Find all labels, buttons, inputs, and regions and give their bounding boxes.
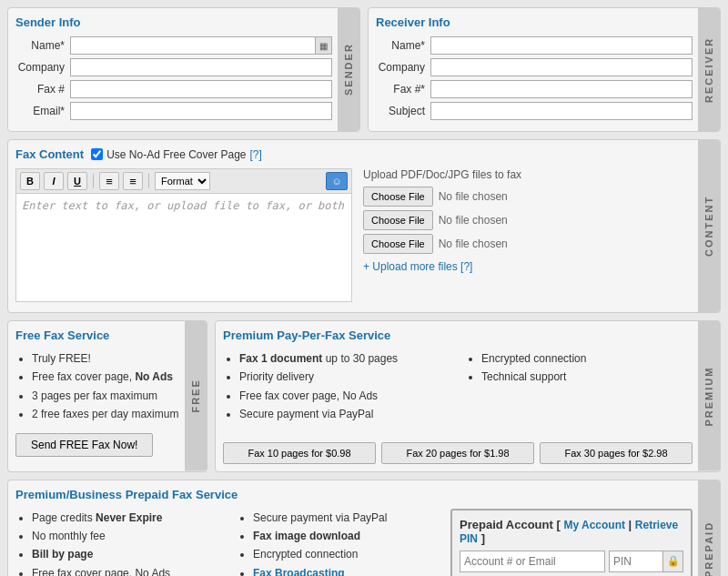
- unordered-list-button[interactable]: ≡: [123, 172, 143, 190]
- free-service-panel: Free Fax Service Truly FREE! Free fax co…: [7, 320, 207, 472]
- prepaid-feature-list-1: Page credits Never Expire No monthly fee…: [15, 509, 222, 576]
- sender-company-row: Company: [15, 58, 332, 76]
- list-item: 3 pages per fax maximum: [32, 387, 179, 405]
- list-item: Technical support: [481, 368, 693, 386]
- prepaid-info: Page credits Never Expire No monthly fee…: [15, 509, 443, 576]
- premium-service-panel: Premium Pay-Per-Fax Service Fax 1 docume…: [215, 320, 721, 472]
- receiver-company-input[interactable]: [430, 58, 693, 76]
- list-item: Secure payment via PayPal: [239, 405, 450, 423]
- upload-more-help[interactable]: [?]: [460, 260, 472, 273]
- price-btn-30[interactable]: Fax 30 pages for $2.98: [540, 442, 693, 464]
- content-side-label: CONTENT: [698, 140, 720, 312]
- premium-feature-list-2: Encrypted connection Technical support: [465, 349, 693, 387]
- premium-feature-list-1: Fax 1 document up to 30 pages Priority d…: [223, 349, 450, 424]
- fax-content-header: Fax Content Use No-Ad Free Cover Page [?…: [15, 147, 693, 161]
- fax-content-body: B I U ≡ ≡ Format ☺: [15, 168, 693, 305]
- sender-email-label: Email*: [15, 105, 70, 117]
- list-item: Encrypted connection: [253, 545, 443, 563]
- sender-title: Sender Info: [15, 15, 332, 29]
- price-buttons: Fax 10 pages for $0.98 Fax 20 pages for …: [223, 442, 693, 464]
- choose-file-btn-2[interactable]: Choose File: [363, 210, 433, 230]
- no-ad-cover-checkbox[interactable]: [91, 148, 103, 160]
- sender-email-input[interactable]: [70, 102, 332, 120]
- premium-service-content: Premium Pay-Per-Fax Service Fax 1 docume…: [216, 321, 720, 471]
- sender-fax-input[interactable]: [70, 80, 332, 98]
- page-wrapper: Sender Info Name* ▦ Company Fax #: [0, 0, 728, 576]
- list-item: Free fax cover page, No Ads: [32, 564, 222, 576]
- upload-more-row: + Upload more files [?]: [363, 259, 693, 273]
- prepaid-side-label: PREPAID: [698, 480, 720, 576]
- free-side-label: FREE: [185, 321, 207, 471]
- prepaid-panel: Premium/Business Prepaid Fax Service Pag…: [7, 480, 721, 576]
- upload-title: Upload PDF/Doc/JPG files to fax: [363, 168, 693, 181]
- receiver-fax-input[interactable]: [430, 80, 693, 98]
- premium-service-title: Premium Pay-Per-Fax Service: [223, 328, 693, 342]
- free-service-content: Free Fax Service Truly FREE! Free fax co…: [8, 321, 207, 464]
- list-item: Free fax cover page, No Ads: [32, 368, 179, 386]
- list-item: Free fax cover page, No Ads: [239, 387, 450, 405]
- upload-more-link[interactable]: + Upload more files [?]: [363, 260, 472, 273]
- receiver-fax-label: Fax #*: [376, 83, 430, 96]
- my-account-link[interactable]: My Account: [563, 519, 625, 531]
- choose-file-btn-1[interactable]: Choose File: [363, 187, 433, 207]
- receiver-name-input[interactable]: [430, 36, 693, 55]
- sender-panel: Sender Info Name* ▦ Company Fax #: [7, 7, 360, 132]
- file-row-2: Choose File No file chosen: [363, 210, 693, 230]
- choose-file-btn-3[interactable]: Choose File: [363, 234, 433, 254]
- send-free-fax-button[interactable]: Send FREE Fax Now!: [15, 433, 153, 457]
- bold-button[interactable]: B: [20, 172, 40, 190]
- no-file-text-1: No file chosen: [439, 190, 508, 203]
- prepaid-col-1: Page credits Never Expire No monthly fee…: [15, 509, 222, 576]
- insert-icon-button[interactable]: ☺: [326, 172, 348, 190]
- italic-button[interactable]: I: [44, 172, 64, 190]
- underline-button[interactable]: U: [67, 172, 87, 190]
- sender-name-input-wrap: ▦: [70, 36, 332, 55]
- receiver-fax-row: Fax #*: [376, 80, 693, 98]
- sender-name-label: Name*: [15, 39, 70, 52]
- list-item: Bill by page: [32, 545, 222, 563]
- list-item: No monthly fee: [32, 527, 222, 545]
- receiver-company-label: Company: [376, 61, 430, 74]
- fax-content-content: Fax Content Use No-Ad Free Cover Page [?…: [8, 140, 720, 312]
- no-ad-cover-label[interactable]: Use No-Ad Free Cover Page [?]: [91, 148, 262, 161]
- fax-broadcasting-link[interactable]: Fax Broadcasting: [253, 567, 345, 576]
- list-item: Page credits Never Expire: [32, 509, 222, 527]
- no-file-text-2: No file chosen: [439, 214, 508, 227]
- sender-email-row: Email*: [15, 102, 332, 120]
- file-row-3: Choose File No file chosen: [363, 234, 693, 254]
- sender-fax-row: Fax #: [15, 80, 332, 98]
- receiver-side-label: RECEIVER: [698, 8, 720, 131]
- toolbar-divider-2: [148, 174, 149, 188]
- pin-input-wrap: 🔒: [609, 551, 683, 572]
- sender-company-label: Company: [15, 61, 70, 74]
- prepaid-account-title: Prepaid Account [ My Account | Retrieve …: [460, 518, 683, 545]
- prepaid-row: Page credits Never Expire No monthly fee…: [15, 509, 693, 576]
- list-item: Fax image download: [253, 527, 443, 545]
- receiver-panel: Receiver Info Name* Company Fax #* Subje…: [368, 7, 721, 132]
- list-item: 2 free faxes per day maximum: [32, 405, 179, 423]
- pin-input[interactable]: [609, 551, 663, 572]
- prepaid-input-row: 🔒: [460, 551, 683, 572]
- price-btn-20[interactable]: Fax 20 pages for $1.98: [381, 442, 534, 464]
- list-item: Priority delivery: [239, 368, 450, 386]
- ordered-list-button[interactable]: ≡: [99, 172, 119, 190]
- fax-content-panel: Fax Content Use No-Ad Free Cover Page [?…: [7, 139, 721, 313]
- price-btn-10[interactable]: Fax 10 pages for $0.98: [223, 442, 376, 464]
- free-service-title: Free Fax Service: [15, 328, 179, 342]
- sender-fax-label: Fax #: [15, 83, 70, 96]
- receiver-name-label: Name*: [376, 39, 430, 52]
- receiver-subject-input[interactable]: [430, 102, 693, 120]
- premium-col-1: Fax 1 document up to 30 pages Priority d…: [223, 349, 450, 433]
- receiver-subject-row: Subject: [376, 102, 693, 120]
- receiver-content: Receiver Info Name* Company Fax #* Subje…: [369, 8, 720, 131]
- list-item: Truly FREE!: [32, 349, 179, 368]
- account-email-input[interactable]: [460, 551, 605, 572]
- no-ad-help-link[interactable]: [?]: [250, 148, 262, 161]
- sender-company-input[interactable]: [70, 58, 332, 76]
- fax-text-editor[interactable]: Enter text to fax, or upload file to fax…: [15, 193, 352, 302]
- sender-name-input[interactable]: [70, 36, 316, 55]
- sender-name-row: Name* ▦: [15, 36, 332, 55]
- format-select[interactable]: Format: [155, 172, 210, 190]
- list-item: Fax Broadcasting: [253, 564, 443, 576]
- upload-area: Upload PDF/Doc/JPG files to fax Choose F…: [363, 168, 693, 305]
